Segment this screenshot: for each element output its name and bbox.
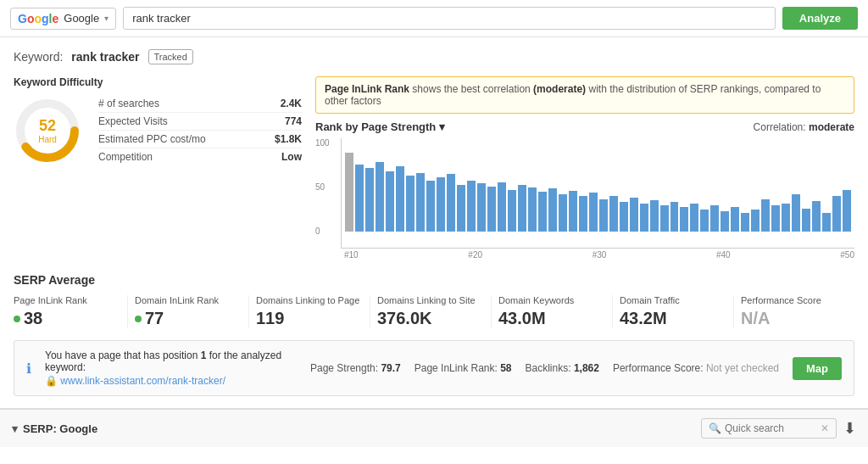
search-input[interactable] — [123, 7, 776, 30]
bar-15 — [487, 187, 496, 232]
bar-11 — [447, 174, 455, 232]
x-label-#40: #40 — [716, 250, 731, 260]
chart-area — [341, 138, 854, 249]
bar-23 — [569, 191, 577, 232]
download-icon[interactable]: ⬇ — [843, 419, 856, 438]
correlation-text: Correlation: moderate — [754, 121, 854, 133]
bar-35 — [690, 204, 698, 232]
x-label-#20: #20 — [468, 250, 482, 260]
dot-indicator — [14, 316, 20, 322]
engine-select[interactable]: Google Google ▾ — [10, 8, 116, 30]
main-content: Keyword: rank tracker Tracked Keyword Di… — [0, 37, 868, 408]
quick-search-input[interactable] — [725, 422, 817, 434]
metric-value: 43.0M — [498, 309, 605, 328]
x-label-#10: #10 — [344, 250, 359, 260]
stats-row: # of searches2.4K — [98, 95, 302, 113]
bar-4 — [376, 162, 384, 232]
metric-value: 43.2M — [620, 309, 726, 328]
bar-38 — [721, 211, 729, 232]
bar-9 — [426, 181, 435, 232]
bar-28 — [620, 202, 628, 232]
bar-6 — [396, 166, 404, 232]
bar-8 — [416, 173, 425, 232]
bar-34 — [680, 207, 688, 232]
bar-32 — [660, 205, 669, 232]
position-text: You have a page that has position 1 for … — [45, 349, 297, 387]
bar-47 — [812, 201, 821, 232]
metric-number: 119 — [256, 309, 284, 328]
metric-col: Domain Keywords43.0M — [492, 295, 613, 328]
keyword-label: Keyword: — [14, 50, 63, 64]
serp-avg-title: SERP Average — [14, 273, 854, 287]
metric-col: Performance ScoreN/A — [734, 295, 854, 328]
y-label-50: 50 — [315, 182, 330, 192]
kd-score: 52 — [38, 117, 57, 135]
quick-search-box[interactable]: 🔍 ✕ — [701, 418, 837, 439]
bar-45 — [792, 194, 800, 232]
content-row: Keyword Difficulty 52 Hard # of searches… — [14, 76, 854, 260]
bar-17 — [508, 190, 516, 232]
dot-indicator — [135, 316, 142, 322]
bar-22 — [559, 194, 567, 232]
metric-number: N/A — [741, 309, 770, 328]
header: Google Google ▾ Analyze — [0, 0, 868, 37]
metric-label: Performance Score — [741, 295, 848, 305]
bar-12 — [457, 185, 465, 232]
serp-avg-section: SERP Average Page InLink Rank38Domain In… — [14, 273, 854, 328]
bar-30 — [640, 204, 648, 232]
metric-col: Domain InLink Rank77 — [128, 295, 249, 328]
bar-24 — [579, 196, 587, 232]
bar-18 — [518, 185, 526, 232]
rank-by-button[interactable]: Rank by Page Strength ▾ — [315, 120, 445, 133]
metric-value: N/A — [741, 309, 848, 328]
donut-chart: 52 Hard — [14, 97, 81, 165]
bar-41 — [751, 210, 760, 232]
performance-stat: Performance Score: Not yet checked — [613, 362, 779, 374]
metric-label: Domains Linking to Site — [377, 295, 484, 305]
bar-42 — [761, 199, 770, 232]
x-axis: #10#20#30#40#50 — [344, 249, 854, 260]
stats-value: $1.8K — [275, 133, 302, 145]
bar-16 — [498, 182, 506, 232]
bar-43 — [771, 205, 780, 232]
right-panel: Page InLink Rank shows the best correlat… — [315, 76, 854, 260]
bar-44 — [782, 204, 790, 232]
bar-40 — [741, 213, 749, 232]
bar-7 — [406, 176, 415, 232]
metric-number: 77 — [145, 309, 164, 328]
metric-label: Domain Traffic — [620, 295, 726, 305]
bar-37 — [710, 205, 719, 232]
map-button[interactable]: Map — [793, 357, 842, 380]
info-box: Page InLink Rank shows the best correlat… — [315, 76, 854, 114]
chart-header: Rank by Page Strength ▾ Correlation: mod… — [315, 120, 854, 133]
metric-value: 77 — [135, 309, 242, 328]
y-label-100: 100 — [315, 138, 330, 148]
serp-metrics: Page InLink Rank38Domain InLink Rank77Do… — [14, 295, 854, 328]
position-url[interactable]: 🔒 www.link-assistant.com/rank-tracker/ — [45, 375, 297, 387]
metric-col: Domain Traffic43.2M — [613, 295, 734, 328]
bar-29 — [630, 198, 638, 232]
bar-21 — [548, 188, 557, 232]
correlation-label: Correlation: — [754, 121, 806, 133]
bar-49 — [832, 196, 841, 232]
left-panel: Keyword Difficulty 52 Hard # of searches… — [14, 76, 302, 260]
stats-label: Competition — [98, 151, 153, 163]
bar-25 — [589, 193, 598, 232]
metric-value: 376.0K — [377, 309, 484, 328]
stats-label: Estimated PPC cost/mo — [98, 133, 206, 145]
analyze-button[interactable]: Analyze — [782, 7, 858, 30]
close-icon[interactable]: ✕ — [821, 422, 829, 434]
bar-27 — [609, 196, 618, 232]
bar-2 — [355, 165, 364, 232]
correlation-value: moderate — [809, 121, 854, 133]
bar-26 — [599, 199, 608, 232]
bar-14 — [477, 183, 486, 232]
bar-1 — [345, 153, 353, 232]
metric-label: Page InLink Rank — [14, 295, 120, 305]
kd-title: Keyword Difficulty — [14, 76, 302, 88]
metric-value: 119 — [256, 309, 363, 328]
chevron-icon: ▾ — [12, 422, 18, 435]
page-inlink-stat: Page InLink Rank: 58 — [415, 362, 512, 374]
stats-label: # of searches — [98, 98, 159, 109]
metric-label: Domain InLink Rank — [135, 295, 242, 305]
